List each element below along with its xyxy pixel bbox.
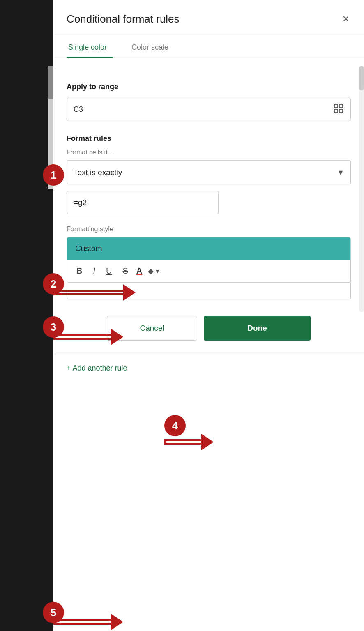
panel-header: Conditional format rules × [53, 0, 364, 35]
panel-scrollbar [359, 66, 364, 312]
annotation-arrow-5 [53, 614, 123, 630]
text-color-icon: A [136, 266, 142, 276]
format-cells-if-label: Format cells if... [67, 149, 351, 156]
text-color-button[interactable]: A [136, 266, 142, 276]
underline-button[interactable]: U [104, 265, 114, 277]
italic-button[interactable]: I [90, 265, 98, 277]
fill-color-icon: ◆ [148, 267, 154, 276]
svg-rect-2 [334, 109, 338, 113]
apply-to-range-label: Apply to range [67, 83, 351, 91]
annotation-badge-4: 4 [164, 415, 186, 436]
annotation-arrow-2 [53, 284, 136, 301]
format-condition-dropdown[interactable]: Text is exactly Text contains Text does … [67, 160, 351, 184]
panel-title: Conditional format rules [67, 13, 180, 25]
svg-rect-0 [334, 104, 338, 108]
panel-content: Apply to range Forma [53, 58, 364, 354]
range-input-row [67, 98, 351, 121]
add-another-rule-row[interactable]: + Add another rule [53, 354, 364, 382]
fill-color-button[interactable]: ◆ ▼ [148, 267, 160, 276]
left-sidebar [0, 0, 53, 631]
panel-scrollbar-thumb[interactable] [359, 66, 364, 90]
formatting-style-label: Formatting style [67, 226, 351, 233]
format-condition-dropdown-wrapper: Text is exactly Text contains Text does … [67, 160, 351, 184]
strikethrough-button[interactable]: S [120, 265, 130, 277]
format-rules-label: Format rules [67, 134, 351, 143]
close-button[interactable]: × [341, 12, 351, 26]
tab-single-color[interactable]: Single color [67, 35, 113, 58]
conditional-format-panel: Conditional format rules × Single color … [53, 0, 364, 631]
bold-button[interactable]: B [74, 265, 85, 277]
svg-rect-3 [339, 109, 343, 113]
annotation-arrow-3 [53, 329, 123, 345]
scrollbar-thumb[interactable] [48, 66, 53, 99]
annotation-badge-1: 1 [43, 164, 64, 186]
add-rule-label: + Add another rule [67, 364, 127, 373]
tab-color-scale[interactable]: Color scale [130, 35, 175, 58]
fill-dropdown-chevron-icon: ▼ [154, 268, 160, 274]
done-button[interactable]: Done [204, 316, 311, 341]
range-input[interactable] [74, 105, 333, 114]
svg-rect-1 [339, 104, 343, 108]
tabs-row: Single color Color scale [53, 35, 364, 58]
grid-icon[interactable] [333, 103, 344, 116]
format-toolbar: B I U S A ◆ ▼ [67, 260, 350, 283]
custom-style-bar: Custom [67, 237, 350, 260]
condition-value-input[interactable] [67, 191, 219, 214]
annotation-arrow-4 [164, 434, 214, 450]
